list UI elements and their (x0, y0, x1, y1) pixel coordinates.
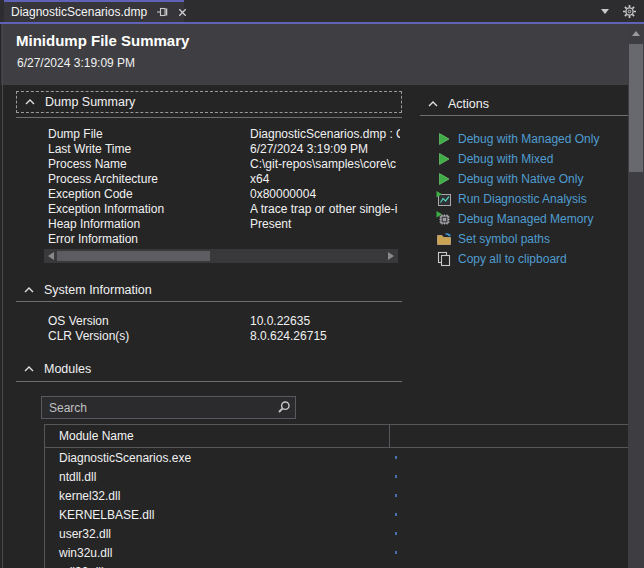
module-name: KERNELBASE.dll (59, 508, 154, 522)
table-row[interactable]: KERNELBASE.dll (45, 505, 628, 524)
field-label: Exception Information (48, 202, 250, 217)
dump-timestamp: 6/27/2024 3:19:09 PM (17, 56, 135, 70)
dump-summary-expander[interactable]: Dump Summary (16, 91, 402, 113)
column-header-label: Module Name (59, 429, 134, 443)
field-row: OS Version10.0.22635 (48, 314, 400, 329)
field-row: Dump FileDiagnosticScenarios.dmp : C (48, 127, 400, 142)
action-debug-managed-only[interactable]: Debug with Managed Only (436, 129, 628, 149)
section-title: Actions (448, 97, 489, 111)
gear-icon[interactable] (622, 4, 637, 19)
module-name: kernel32.dll (59, 489, 120, 503)
table-row[interactable]: gdi32.dll (45, 562, 628, 568)
module-name: ntdll.dll (59, 470, 96, 484)
field-row: Process NameC:\git-repos\samples\core\c (48, 157, 400, 172)
field-row: Process Architecturex64 (48, 172, 400, 187)
modules-search-box (41, 396, 296, 419)
field-row: Exception Code0x80000004 (48, 187, 400, 202)
table-row[interactable]: DiagnosticScenarios.exe (45, 448, 628, 467)
section-divider (420, 115, 628, 116)
scroll-up-arrow-icon[interactable] (632, 31, 640, 36)
section-divider (16, 381, 402, 382)
chevron-up-icon (428, 101, 438, 107)
action-debug-managed-memory[interactable]: Debug Managed Memory (436, 209, 628, 229)
diagnostic-analysis-icon (436, 191, 452, 207)
minidump-summary-window: DiagnosticScenarios.dmp (0, 0, 644, 568)
field-label: Error Information (48, 232, 250, 247)
field-label: Process Name (48, 157, 250, 172)
document-header: Minidump File Summary 6/27/2024 3:19:09 … (1, 24, 628, 85)
modules-expander[interactable]: Modules (16, 358, 402, 380)
play-icon (436, 171, 452, 187)
field-label: Heap Information (48, 217, 250, 232)
field-row: Exception InformationA trace trap or oth… (48, 202, 400, 217)
page-title: Minidump File Summary (16, 32, 189, 49)
field-value: DiagnosticScenarios.dmp : C (250, 127, 400, 142)
actions-expander[interactable]: Actions (420, 93, 628, 115)
field-row: Last Write Time6/27/2024 3:19:09 PM (48, 142, 400, 157)
section-divider (16, 301, 402, 302)
field-row: Heap InformationPresent (48, 217, 400, 232)
dump-summary-fields: Dump FileDiagnosticScenarios.dmp : C Las… (48, 127, 400, 247)
chevron-up-icon (25, 99, 35, 105)
field-label: Dump File (48, 127, 250, 142)
symbol-paths-icon (436, 231, 452, 247)
table-row[interactable]: win32u.dll (45, 543, 628, 562)
module-name-column-header[interactable]: Module Name (45, 425, 628, 448)
horizontal-scrollbar-thumb[interactable] (57, 251, 210, 261)
system-information-expander[interactable]: System Information (16, 279, 402, 301)
module-name: gdi32.dll (59, 565, 104, 568)
clipped-cell-dot (395, 456, 397, 459)
scroll-right-arrow-icon[interactable] (388, 252, 394, 260)
dump-summary-horizontal-scrollbar[interactable] (44, 249, 398, 263)
action-label: Copy all to clipboard (458, 252, 567, 266)
clipped-cell-dot (395, 513, 397, 516)
tab-diagnosticscenarios-dmp[interactable]: DiagnosticScenarios.dmp (4, 0, 184, 22)
section-title: Dump Summary (45, 95, 135, 109)
table-row[interactable]: ntdll.dll (45, 467, 628, 486)
column-divider[interactable] (389, 425, 390, 448)
field-value: A trace trap or other single-i (250, 202, 400, 217)
vertical-scrollbar-thumb[interactable] (629, 44, 643, 172)
close-icon[interactable] (177, 7, 188, 18)
search-icon[interactable] (271, 400, 295, 415)
action-set-symbol-paths[interactable]: Set symbol paths (436, 229, 628, 249)
action-debug-native-only[interactable]: Debug with Native Only (436, 169, 628, 189)
field-value: 6/27/2024 3:19:09 PM (250, 142, 400, 157)
document-tab-bar: DiagnosticScenarios.dmp (0, 0, 644, 22)
tab-bar-controls (601, 0, 637, 22)
copy-icon (436, 251, 452, 267)
section-divider (16, 117, 402, 118)
field-value: C:\git-repos\samples\core\c (250, 157, 400, 172)
field-row: Error Information (48, 232, 400, 247)
field-label: Exception Code (48, 187, 250, 202)
search-input[interactable] (42, 401, 271, 415)
vertical-scrollbar[interactable] (628, 24, 644, 568)
pane-left-border (2, 24, 3, 568)
action-copy-all-to-clipboard[interactable]: Copy all to clipboard (436, 249, 628, 269)
table-row[interactable]: user32.dll (45, 524, 628, 543)
action-label: Set symbol paths (458, 232, 550, 246)
managed-memory-icon (436, 211, 452, 227)
field-label: CLR Version(s) (48, 329, 250, 344)
field-label: Last Write Time (48, 142, 250, 157)
action-run-diagnostic-analysis[interactable]: Run Diagnostic Analysis (436, 189, 628, 209)
actions-list: Debug with Managed Only Debug with Mixed… (436, 129, 628, 269)
section-title: System Information (44, 283, 152, 297)
clipped-cell-dot (395, 475, 397, 478)
table-row[interactable]: kernel32.dll (45, 486, 628, 505)
field-value: x64 (250, 172, 400, 187)
action-label: Run Diagnostic Analysis (458, 192, 587, 206)
section-title: Modules (44, 362, 91, 376)
field-label: Process Architecture (48, 172, 250, 187)
scroll-left-arrow-icon[interactable] (48, 252, 54, 260)
action-label: Debug Managed Memory (458, 212, 593, 226)
chevron-down-icon[interactable] (601, 9, 609, 14)
field-value: 0x80000004 (250, 187, 400, 202)
chevron-up-icon (24, 287, 34, 293)
action-label: Debug with Managed Only (458, 132, 599, 146)
pin-icon[interactable] (156, 6, 168, 18)
clipped-cell-dot (395, 532, 397, 535)
system-information-fields: OS Version10.0.22635 CLR Version(s)8.0.6… (48, 314, 400, 344)
action-debug-mixed[interactable]: Debug with Mixed (436, 149, 628, 169)
clipped-cell-dot (395, 551, 397, 554)
